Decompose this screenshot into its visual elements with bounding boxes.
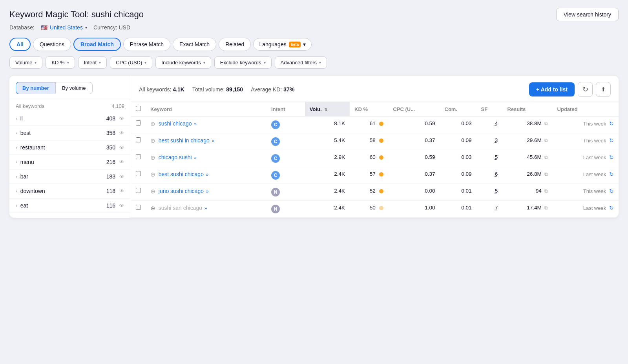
chevron-down-icon: ▾ — [99, 60, 101, 65]
refresh-icon[interactable]: ↻ — [609, 137, 614, 144]
tab-phrase-match[interactable]: Phrase Match — [123, 38, 170, 51]
chevron-down-icon: ▾ — [35, 60, 37, 65]
row-checkbox[interactable] — [136, 154, 141, 159]
filter-cpc[interactable]: CPC (USD) ▾ — [110, 56, 152, 69]
expand-icon: › — [16, 131, 17, 135]
by-volume-button[interactable]: By volume — [55, 82, 93, 94]
sidebar-item-il[interactable]: › il 408 👁 — [9, 111, 131, 126]
col-header-volume[interactable]: Volu. ⇅ — [305, 102, 350, 116]
expand-icon: › — [16, 203, 17, 208]
sidebar-keyword-label: menu — [20, 159, 34, 165]
row-checkbox[interactable] — [136, 120, 141, 126]
eye-icon[interactable]: 👁 — [119, 203, 124, 209]
tab-all[interactable]: All — [9, 38, 31, 51]
filter-advanced[interactable]: Advanced filters ▾ — [275, 56, 327, 69]
tab-exact-match[interactable]: Exact Match — [173, 38, 216, 51]
view-history-button[interactable]: View search history — [556, 8, 619, 21]
eye-icon[interactable]: 👁 — [119, 159, 124, 165]
sidebar-item-downtown[interactable]: › downtown 118 👁 — [9, 184, 131, 198]
volume-cell: 5.4K — [305, 133, 350, 150]
plus-circle-icon[interactable]: ⊕ — [150, 120, 155, 127]
refresh-icon[interactable]: ↻ — [609, 154, 614, 160]
table-row: ⊕ best sushi in chicago » C 5.4K 58 0.37… — [131, 133, 619, 150]
tab-broad-match[interactable]: Broad Match — [73, 38, 121, 51]
expand-icon: › — [16, 174, 17, 179]
col-header-kd[interactable]: KD % — [350, 102, 388, 116]
database-selector[interactable]: 🇺🇸 United States ▾ — [41, 24, 87, 31]
filter-include-kw[interactable]: Include keywords ▾ — [155, 56, 211, 69]
sidebar-item-best[interactable]: › best 358 👁 — [9, 126, 131, 140]
chevron-down-icon: ▾ — [85, 25, 87, 30]
intent-cell: C — [267, 133, 305, 150]
sidebar-count: 118 — [106, 188, 115, 194]
eye-icon[interactable]: 👁 — [119, 116, 124, 122]
copy-icon[interactable]: ⧉ — [544, 188, 548, 194]
refresh-icon[interactable]: ↻ — [609, 188, 614, 194]
intent-cell: C — [267, 150, 305, 167]
sidebar-keyword-label: downtown — [20, 188, 45, 194]
updated-cell: Last week ↻ — [553, 150, 619, 167]
updated-cell: Last week ↻ — [553, 167, 619, 184]
keyword-link[interactable]: best sushi chicago — [159, 171, 204, 177]
intent-label: Intent — [84, 60, 97, 66]
total-volume-value: 89,150 — [226, 86, 243, 93]
keyword-link[interactable]: juno sushi chicago — [159, 188, 204, 194]
refresh-icon[interactable]: ↻ — [609, 171, 614, 177]
tab-related[interactable]: Related — [219, 38, 251, 51]
eye-icon[interactable]: 👁 — [119, 174, 124, 180]
eye-icon[interactable]: 👁 — [119, 130, 124, 136]
expand-icon: › — [16, 160, 17, 164]
plus-circle-icon[interactable]: ⊕ — [150, 188, 155, 195]
refresh-icon[interactable]: ↻ — [609, 205, 614, 211]
refresh-icon[interactable]: ↻ — [609, 120, 614, 127]
row-checkbox[interactable] — [136, 205, 141, 210]
sidebar-item-bar[interactable]: › bar 183 👁 — [9, 169, 131, 184]
plus-circle-icon[interactable]: ⊕ — [150, 171, 155, 178]
kd-cell: 60 — [350, 150, 388, 167]
keyword-link[interactable]: best sushi in chicago — [159, 137, 210, 144]
copy-icon[interactable]: ⧉ — [544, 138, 548, 143]
com-cell: 0.09 — [440, 133, 476, 150]
content-header: All keywords: 4.1K Total volume: 89,150 … — [131, 76, 619, 102]
eye-icon[interactable]: 👁 — [119, 188, 124, 194]
row-checkbox[interactable] — [136, 171, 141, 176]
keyword-link[interactable]: chicago sushi — [159, 154, 192, 160]
filter-kd[interactable]: KD % ▾ — [46, 56, 75, 69]
copy-icon[interactable]: ⧉ — [544, 121, 548, 126]
refresh-button[interactable]: ↻ — [578, 82, 593, 97]
double-arrow-icon: » — [206, 172, 209, 177]
double-arrow-icon: » — [194, 121, 197, 127]
filter-volume[interactable]: Volume ▾ — [9, 56, 42, 69]
filter-intent[interactable]: Intent ▾ — [78, 56, 107, 69]
eye-icon[interactable]: 👁 — [119, 145, 124, 151]
select-all-checkbox[interactable] — [136, 106, 141, 111]
results-cell: 17.4M ⧉ — [502, 201, 552, 218]
sidebar-item-eat[interactable]: › eat 116 👁 — [9, 198, 131, 213]
double-arrow-icon: » — [194, 155, 197, 160]
by-number-button[interactable]: By number — [16, 82, 55, 94]
sidebar-item-restaurant[interactable]: › restaurant 350 👁 — [9, 140, 131, 155]
row-checkbox[interactable] — [136, 137, 141, 142]
filter-exclude-kw[interactable]: Exclude keywords ▾ — [214, 56, 272, 69]
keyword-link[interactable]: sushi san chicago — [159, 205, 202, 211]
expand-icon: › — [16, 116, 17, 121]
col-header-checkbox — [131, 102, 146, 116]
plus-circle-icon[interactable]: ⊕ — [150, 137, 155, 144]
intent-cell: C — [267, 167, 305, 184]
export-button[interactable]: ⬆ — [596, 82, 611, 97]
upload-icon: ⬆ — [601, 86, 606, 93]
row-checkbox[interactable] — [136, 188, 141, 193]
sidebar-count: 116 — [106, 202, 115, 209]
copy-icon[interactable]: ⧉ — [544, 205, 548, 211]
tab-questions[interactable]: Questions — [33, 38, 71, 51]
languages-button[interactable]: Languages beta ▾ — [253, 38, 312, 51]
plus-circle-icon[interactable]: ⊕ — [150, 205, 155, 211]
plus-circle-icon[interactable]: ⊕ — [150, 154, 155, 161]
add-to-list-button[interactable]: + Add to list — [529, 82, 575, 96]
double-arrow-icon: » — [206, 189, 209, 194]
sidebar-item-menu[interactable]: › menu 216 👁 — [9, 155, 131, 169]
copy-icon[interactable]: ⧉ — [544, 155, 548, 160]
keyword-link[interactable]: sushi chicago — [159, 120, 192, 127]
keyword-cell: ⊕ best sushi chicago » — [146, 167, 267, 184]
copy-icon[interactable]: ⧉ — [544, 171, 548, 177]
